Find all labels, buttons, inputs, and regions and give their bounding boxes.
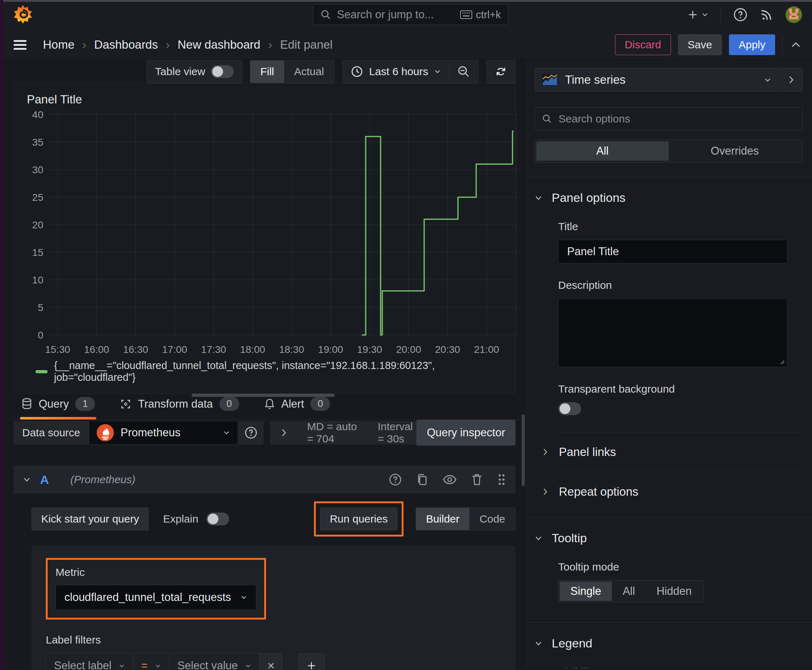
plus-icon (687, 9, 698, 20)
tab-alert[interactable]: Alert 0 (264, 397, 331, 420)
tab-transform[interactable]: Transform data 0 (120, 397, 239, 420)
description-textarea[interactable] (558, 298, 787, 367)
query-help-icon[interactable] (389, 473, 402, 486)
duplicate-icon[interactable] (416, 473, 428, 486)
chevron-down-icon (223, 430, 230, 435)
global-search-input[interactable]: Search or jump to... ctrl+k (313, 4, 509, 25)
add-filter-button[interactable] (298, 653, 325, 670)
breadcrumb: Home › Dashboards › New dashboard › Edit… (43, 38, 332, 52)
question-circle-icon (733, 7, 748, 22)
query-datasource-hint: (Prometheus) (71, 474, 136, 486)
transform-count-badge: 0 (219, 397, 239, 411)
options-search-input[interactable]: Search options (534, 107, 803, 130)
actual-option[interactable]: Actual (284, 61, 334, 83)
datasource-help-button[interactable] (239, 421, 263, 445)
apply-button[interactable]: Apply (729, 34, 775, 55)
collapse-options-button[interactable] (782, 36, 801, 54)
chart-svg[interactable]: 051015202530354015:3016:0016:3017:0017:3… (23, 108, 527, 359)
tooltip-header[interactable]: Tooltip (534, 531, 803, 545)
chevron-down-icon[interactable] (23, 477, 31, 482)
max-data-points: MD = auto = 704 (307, 421, 358, 445)
breadcrumb-home[interactable]: Home (43, 38, 75, 52)
tab-overrides[interactable]: Overrides (669, 141, 801, 161)
scrollbar-thumb[interactable] (522, 415, 525, 486)
database-icon (22, 398, 32, 410)
remove-filter-button[interactable] (259, 653, 283, 670)
refresh-icon (495, 65, 507, 78)
run-queries-button[interactable]: Run queries (320, 508, 397, 530)
drag-handle-icon[interactable] (497, 474, 506, 486)
tooltip-single-option[interactable]: Single (559, 582, 612, 601)
news-button[interactable] (760, 8, 773, 22)
resize-handle[interactable] (192, 394, 335, 397)
resize-grip-icon[interactable] (778, 358, 785, 365)
select-label-dropdown[interactable]: Select label (46, 653, 133, 670)
collapse-pane-button[interactable] (780, 68, 803, 91)
explain-toggle[interactable] (206, 513, 229, 525)
svg-text:35: 35 (32, 137, 43, 148)
select-label-placeholder: Select label (54, 659, 111, 670)
pane-resize-bar (0, 394, 526, 397)
time-range-picker[interactable]: Last 6 hours (342, 61, 449, 83)
time-range-label: Last 6 hours (369, 66, 428, 78)
save-button[interactable]: Save (678, 34, 722, 55)
user-avatar[interactable] (785, 7, 802, 23)
metric-select[interactable]: cloudflared_tunnel_total_requests (56, 585, 256, 610)
visualization-picker[interactable]: Time series (534, 68, 779, 91)
breadcrumb-new-dashboard[interactable]: New dashboard (178, 38, 260, 52)
fill-option[interactable]: Fill (250, 61, 284, 83)
select-value-dropdown[interactable]: Select value (170, 653, 259, 670)
legend-header[interactable]: Legend (534, 636, 803, 650)
explain-label: Explain (163, 513, 198, 525)
operator-dropdown[interactable]: = (133, 653, 170, 670)
help-button[interactable] (733, 7, 748, 22)
datasource-picker[interactable]: Prometheus (89, 421, 238, 445)
panel-options-header[interactable]: Panel options (534, 191, 803, 205)
repeat-options-header[interactable]: Repeat options (542, 472, 803, 511)
refresh-button[interactable] (487, 61, 515, 83)
query-row-header[interactable]: A (Prometheus) (14, 465, 515, 494)
trash-icon[interactable] (471, 473, 483, 486)
options-pane: Time series Search options All Overrides (526, 60, 812, 668)
panel-title[interactable]: Panel Title (23, 90, 506, 106)
tooltip-all-option[interactable]: All (612, 582, 646, 601)
zoom-out-button[interactable] (449, 61, 478, 83)
series-swatch[interactable] (36, 370, 47, 373)
description-label: Description (558, 279, 803, 291)
disable-query-icon[interactable] (442, 474, 457, 485)
menu-toggle-button[interactable] (13, 39, 27, 51)
builder-option[interactable]: Builder (416, 508, 470, 530)
code-option[interactable]: Code (470, 508, 515, 530)
transparent-bg-label: Transparent background (558, 383, 803, 395)
title-label: Title (558, 220, 803, 233)
kickstart-button[interactable]: Kick start your query (32, 508, 149, 530)
query-inspector-button[interactable]: Query inspector (416, 420, 515, 446)
edit-pane: Table view Fill Actual Last 6 hours (0, 60, 526, 668)
chevron-right-icon[interactable] (281, 428, 287, 437)
new-menu-button[interactable] (687, 9, 709, 20)
breadcrumb-dashboards[interactable]: Dashboards (94, 38, 158, 52)
tab-query[interactable]: Query 1 (22, 397, 95, 420)
panel-links-header[interactable]: Panel links (542, 432, 803, 472)
panel-options-title: Panel options (552, 191, 626, 205)
query-toolbar: Kick start your query Explain Run querie… (32, 501, 515, 536)
hamburger-icon (13, 39, 27, 51)
table-view-label: Table view (155, 66, 205, 78)
discard-button[interactable]: Discard (615, 34, 671, 55)
svg-text:20:30: 20:30 (435, 344, 460, 355)
transparent-bg-toggle[interactable] (558, 402, 581, 415)
alert-count-badge: 0 (310, 397, 330, 411)
table-view-toggle[interactable] (211, 65, 234, 78)
search-icon (542, 114, 552, 124)
tab-alert-label: Alert (281, 398, 304, 411)
svg-text:18:30: 18:30 (279, 344, 304, 355)
timeseries-viz-icon (542, 74, 558, 86)
grafana-logo[interactable] (13, 4, 33, 25)
query-ref-letter: A (40, 473, 49, 487)
title-input[interactable]: Panel Title (558, 240, 787, 264)
tab-all[interactable]: All (536, 141, 669, 161)
panel-links-label: Panel links (559, 445, 616, 459)
tooltip-hidden-option[interactable]: Hidden (646, 582, 702, 601)
series-label[interactable]: {__name__="cloudflared_tunnel_total_requ… (54, 360, 506, 383)
svg-text:5: 5 (37, 302, 43, 313)
